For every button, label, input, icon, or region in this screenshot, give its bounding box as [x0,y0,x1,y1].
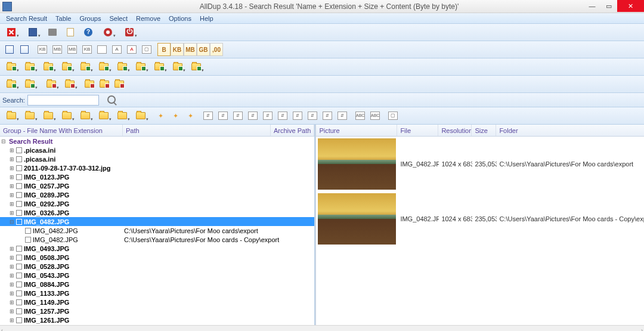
select-folder-5[interactable] [95,109,113,123]
tree-group[interactable]: ⊞IMG_1257.JPG [0,307,314,315]
select-op-1[interactable]: ⇵ [216,109,230,123]
size-unit-B[interactable]: B [157,43,171,56]
menu-help[interactable]: Help [196,14,217,23]
tree-group[interactable]: ⊟IMG_0482.JPG [0,217,314,226]
checkbox[interactable] [16,255,22,261]
expand-icon[interactable]: ⊞ [8,174,15,180]
col-group[interactable]: Group - File Name With Extension [0,125,123,136]
tree-group[interactable]: ⊞IMG_0326.JPG [0,208,314,217]
collapse-icon[interactable]: ⊟ [8,218,15,225]
checkbox[interactable] [16,156,22,162]
checkbox[interactable] [16,246,22,252]
select-folder-3[interactable] [58,109,76,123]
checkbox[interactable] [16,192,22,198]
folder-select-9[interactable] [169,60,187,74]
tree-group[interactable]: ⊞IMG_0123.JPG [0,172,314,181]
select-box[interactable]: ▢ [386,109,400,123]
folder-select-6[interactable] [113,60,131,74]
select-folder-6[interactable] [113,109,131,123]
search-input[interactable] [27,95,99,106]
tree-group[interactable]: ⊞IMG_0543.JPG [0,271,314,280]
maximize-button[interactable]: ▭ [600,0,617,12]
expand-icon[interactable]: ⊞ [8,147,15,153]
checkbox[interactable] [16,317,22,323]
report-button[interactable] [63,25,78,39]
checkbox[interactable] [16,290,22,296]
checkbox[interactable] [16,219,22,225]
menu-table[interactable]: Table [52,14,75,23]
size-unit-GB[interactable]: GB [197,43,210,56]
folder-select-1[interactable] [21,60,39,74]
tree-group[interactable]: ⊞IMG_1261.JPG [0,315,314,324]
select-op-3[interactable]: ⇵ [246,109,260,123]
menu-search-result[interactable]: Search Result [2,14,51,23]
select-star-1[interactable]: ✦ [168,109,182,123]
view-sq-button[interactable]: ▢ [140,42,154,57]
result-tree[interactable]: ⊟Search Result⊞.picasa.ini⊞.picasa.ini⊞2… [0,137,314,325]
folder-select-8[interactable] [150,60,168,74]
select-abc-1[interactable]: ABC [368,109,382,123]
print-button[interactable] [45,25,60,39]
tree-group[interactable]: ⊞2011-09-28-17-37-03-312.jpg [0,163,314,172]
view-list-button[interactable] [2,42,17,57]
menu-groups[interactable]: Groups [76,14,104,23]
menu-options[interactable]: Options [165,14,195,23]
tree-group[interactable]: ⊞IMG_0493.JPG [0,244,314,253]
expand-icon[interactable]: ⊞ [8,290,15,296]
checkbox[interactable] [16,183,22,189]
pinterest-button[interactable] [99,25,117,39]
view-mb1-button[interactable]: MB [50,42,64,57]
col-file[interactable]: File [397,125,438,136]
folder-misc-2[interactable] [112,77,126,91]
tree-group[interactable]: ⊞IMG_1133.JPG [0,289,314,298]
expand-icon[interactable]: ⊞ [8,281,15,287]
preview-row[interactable]: IMG_0482.JPG1024 x 683235,053C:\Users\Ya… [316,191,644,246]
save-button[interactable] [24,25,42,39]
view-kb-button[interactable]: KB [35,42,49,57]
expand-icon[interactable]: ⊞ [8,165,15,171]
select-op-6[interactable]: ⇵ [290,109,305,123]
folder-select-1[interactable] [21,77,39,91]
tree-group[interactable]: ⊞IMG_1289.JPG [0,324,314,325]
folder-deselect-1[interactable] [61,77,79,91]
preview-grid[interactable]: IMG_0482.JPG1024 x 683235,053C:\Users\Ya… [316,137,644,325]
folder-select-2[interactable] [39,60,57,74]
select-folder-4[interactable] [76,109,94,123]
tree-group[interactable]: ⊞IMG_0257.JPG [0,181,314,190]
tree-file[interactable]: IMG_0482.JPGC:\Users\Yaara\Pictures\For … [0,226,314,235]
select-folder-0[interactable] [2,109,20,123]
select-star-2[interactable]: ✦ [183,109,197,123]
menu-remove[interactable]: Remove [132,14,164,23]
folder-select-0[interactable] [2,77,20,91]
folder-deselect-0[interactable] [42,77,60,91]
tree-file[interactable]: IMG_0482.JPGC:\Users\Yaara\Pictures\For … [0,235,314,244]
tree-group[interactable]: ⊞.picasa.ini [0,154,314,163]
folder-select-0[interactable] [2,60,20,74]
checkbox[interactable] [16,147,22,153]
tree-group[interactable]: ⊞IMG_0884.JPG [0,280,314,289]
size-unit-KB[interactable]: KB [171,43,184,56]
select-folder-7[interactable] [132,109,150,123]
checkbox[interactable] [16,174,22,180]
select-op-0[interactable]: ⇵ [201,109,215,123]
checkbox[interactable] [16,273,22,279]
expand-icon[interactable]: ⊞ [8,317,15,323]
tree-group[interactable]: ⊞.picasa.ini [0,146,314,154]
expand-icon[interactable]: ⊞ [8,200,15,207]
select-op-5[interactable]: ⇵ [275,109,290,123]
minimize-button[interactable]: — [584,0,600,12]
select-op-4[interactable]: ⇵ [261,109,275,123]
view-grid-button[interactable] [17,42,32,57]
folder-select-7[interactable] [132,60,150,74]
checkbox[interactable] [16,308,22,314]
checkbox[interactable] [16,299,22,305]
horizontal-scrollbar[interactable]: ‹› [0,325,644,331]
expand-icon[interactable]: ⊞ [8,191,15,198]
expand-icon[interactable]: ⊞ [8,254,15,261]
size-unit-MB[interactable]: MB [184,43,197,56]
checkbox[interactable] [25,228,31,234]
col-size[interactable]: Size [472,125,496,136]
checkbox[interactable] [16,281,22,287]
expand-icon[interactable]: ⊞ [8,299,15,305]
col-picture[interactable]: Picture [316,125,397,136]
